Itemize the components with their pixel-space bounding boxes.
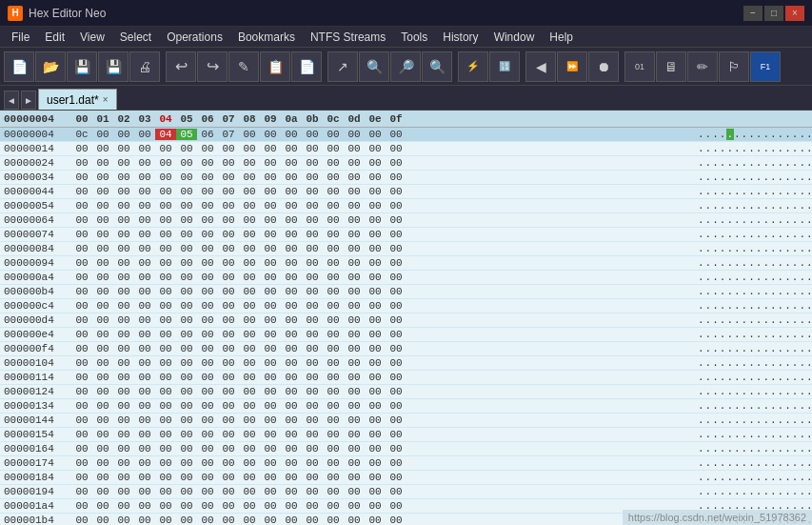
hex-cell[interactable]: 00 (281, 329, 302, 340)
hex-cell[interactable]: 00 (239, 172, 260, 183)
toolbar-flag[interactable]: 🏳 (719, 51, 749, 82)
hex-cell[interactable]: 00 (386, 357, 406, 369)
table-row[interactable]: 0000009400000000000000000000000000000000… (0, 256, 812, 271)
hex-cell[interactable]: 00 (239, 229, 260, 240)
hex-cell[interactable]: 00 (323, 414, 344, 426)
hex-cell[interactable]: 00 (218, 314, 239, 326)
toolbar-paste[interactable]: 📄 (291, 51, 322, 82)
hex-cell[interactable]: 00 (176, 157, 197, 169)
hex-cell[interactable]: 00 (71, 329, 92, 340)
hex-cell[interactable]: 00 (134, 357, 155, 369)
hex-cell[interactable]: 00 (197, 414, 218, 426)
hex-cell[interactable]: 00 (71, 229, 92, 240)
hex-cell[interactable]: 00 (260, 486, 281, 497)
file-tab-user1[interactable]: user1.dat* × (38, 89, 117, 110)
hex-cell[interactable]: 00 (218, 414, 239, 426)
hex-cell[interactable]: 00 (176, 357, 197, 369)
hex-cell[interactable]: 00 (197, 257, 218, 269)
hex-cell[interactable]: 00 (365, 229, 386, 240)
hex-cell[interactable]: 00 (155, 357, 176, 369)
hex-cell[interactable]: 00 (386, 229, 406, 240)
hex-cell[interactable]: 00 (281, 400, 302, 412)
table-row[interactable]: 0000005400000000000000000000000000000000… (0, 199, 812, 213)
hex-cell[interactable]: 00 (386, 129, 406, 140)
hex-cell[interactable]: 00 (239, 457, 260, 469)
hex-cell[interactable]: 00 (197, 214, 218, 226)
hex-cell[interactable]: 00 (176, 200, 197, 212)
hex-cell[interactable]: 00 (197, 457, 218, 469)
hex-cell[interactable]: 0c (71, 129, 92, 140)
menu-ntfs-streams[interactable]: NTFS Streams (303, 27, 393, 48)
toolbar-goto[interactable]: ↗ (327, 51, 358, 82)
hex-cell[interactable]: 00 (197, 357, 218, 369)
hex-cell[interactable]: 00 (71, 472, 92, 483)
hex-cell[interactable]: 00 (365, 486, 386, 497)
hex-cell[interactable]: 00 (176, 172, 197, 183)
hex-cell[interactable]: 00 (260, 214, 281, 226)
hex-cell[interactable]: 00 (155, 214, 176, 226)
hex-cell[interactable]: 00 (323, 157, 344, 169)
hex-cell[interactable]: 00 (92, 386, 113, 397)
hex-cell[interactable]: 00 (260, 429, 281, 440)
hex-cell[interactable]: 00 (71, 172, 92, 183)
hex-cell[interactable]: 00 (218, 243, 239, 254)
hex-cell[interactable]: 00 (113, 386, 134, 397)
hex-cell[interactable]: 00 (323, 314, 344, 326)
hex-cell[interactable]: 00 (323, 214, 344, 226)
hex-cell[interactable]: 00 (155, 157, 176, 169)
toolbar-calc[interactable]: 🔢 (489, 51, 520, 82)
hex-cell[interactable]: 00 (281, 343, 302, 354)
hex-cell[interactable]: 00 (281, 414, 302, 426)
menu-bookmarks[interactable]: Bookmarks (230, 27, 303, 48)
hex-cell[interactable]: 00 (323, 129, 344, 140)
hex-cell[interactable]: 00 (239, 243, 260, 254)
hex-cell[interactable]: 00 (71, 243, 92, 254)
hex-cell[interactable]: 00 (344, 229, 365, 240)
hex-cell[interactable]: 00 (113, 243, 134, 254)
hex-cell[interactable]: 00 (344, 257, 365, 269)
hex-cell[interactable]: 00 (365, 500, 386, 512)
hex-cell[interactable]: 00 (155, 486, 176, 497)
hex-cell[interactable]: 00 (386, 272, 406, 283)
toolbar-find-next[interactable]: 🔍 (422, 51, 452, 82)
hex-cell[interactable]: 00 (386, 500, 406, 512)
hex-cell[interactable]: 00 (281, 443, 302, 454)
hex-cell[interactable]: 00 (344, 286, 365, 297)
hex-cell[interactable]: 00 (176, 443, 197, 454)
menu-select[interactable]: Select (112, 27, 159, 48)
hex-cell[interactable]: 00 (155, 429, 176, 440)
hex-cell[interactable]: 00 (281, 157, 302, 169)
hex-cell[interactable]: 00 (239, 486, 260, 497)
hex-cell[interactable]: 00 (344, 343, 365, 354)
hex-cell[interactable]: 00 (218, 515, 239, 525)
hex-cell[interactable]: 00 (323, 400, 344, 412)
hex-cell[interactable]: 00 (176, 286, 197, 297)
hex-cell[interactable]: 00 (113, 443, 134, 454)
hex-cell[interactable]: 00 (386, 314, 406, 326)
hex-cell[interactable]: 00 (344, 300, 365, 312)
hex-cell[interactable]: 00 (386, 443, 406, 454)
hex-cell[interactable]: 00 (71, 314, 92, 326)
hex-cell[interactable]: 00 (176, 214, 197, 226)
hex-cell[interactable]: 00 (302, 357, 323, 369)
hex-cell[interactable]: 00 (302, 300, 323, 312)
hex-cell[interactable]: 00 (239, 286, 260, 297)
hex-cell[interactable]: 00 (134, 186, 155, 197)
hex-cell[interactable]: 00 (281, 229, 302, 240)
table-row[interactable]: 000000b400000000000000000000000000000000… (0, 285, 812, 299)
hex-cell[interactable]: 00 (71, 372, 92, 383)
hex-cell[interactable]: 00 (134, 472, 155, 483)
hex-cell[interactable]: 00 (239, 357, 260, 369)
hex-cell[interactable]: 00 (365, 143, 386, 154)
menu-help[interactable]: Help (542, 27, 581, 48)
hex-cell[interactable]: 00 (218, 143, 239, 154)
hex-cell[interactable]: 00 (323, 500, 344, 512)
hex-cell[interactable]: 00 (344, 500, 365, 512)
hex-cell[interactable]: 00 (302, 314, 323, 326)
hex-cell[interactable]: 00 (239, 200, 260, 212)
hex-cell[interactable]: 05 (176, 129, 197, 140)
hex-cell[interactable]: 00 (386, 429, 406, 440)
hex-cell[interactable]: 00 (113, 143, 134, 154)
toolbar-redo[interactable]: ↪ (197, 51, 228, 82)
hex-cell[interactable]: 00 (323, 372, 344, 383)
